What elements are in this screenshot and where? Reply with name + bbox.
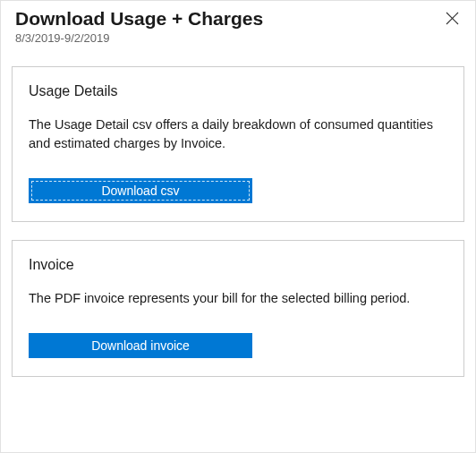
download-csv-button[interactable]: Download csv (29, 178, 252, 203)
usage-card-description: The Usage Detail csv offers a daily brea… (29, 115, 447, 153)
download-invoice-button[interactable]: Download invoice (29, 333, 252, 358)
panel-title: Download Usage + Charges (15, 8, 461, 30)
invoice-card-title: Invoice (29, 257, 447, 273)
download-panel: Download Usage + Charges 8/3/2019-9/2/20… (0, 0, 476, 453)
panel-header: Download Usage + Charges 8/3/2019-9/2/20… (1, 1, 475, 48)
panel-date-range: 8/3/2019-9/2/2019 (15, 31, 461, 45)
usage-card-title: Usage Details (29, 83, 447, 99)
invoice-card-description: The PDF invoice represents your bill for… (29, 289, 447, 308)
usage-details-card: Usage Details The Usage Detail csv offer… (12, 66, 464, 222)
close-icon (446, 12, 459, 25)
close-button[interactable] (442, 8, 463, 29)
invoice-card: Invoice The PDF invoice represents your … (12, 240, 464, 377)
